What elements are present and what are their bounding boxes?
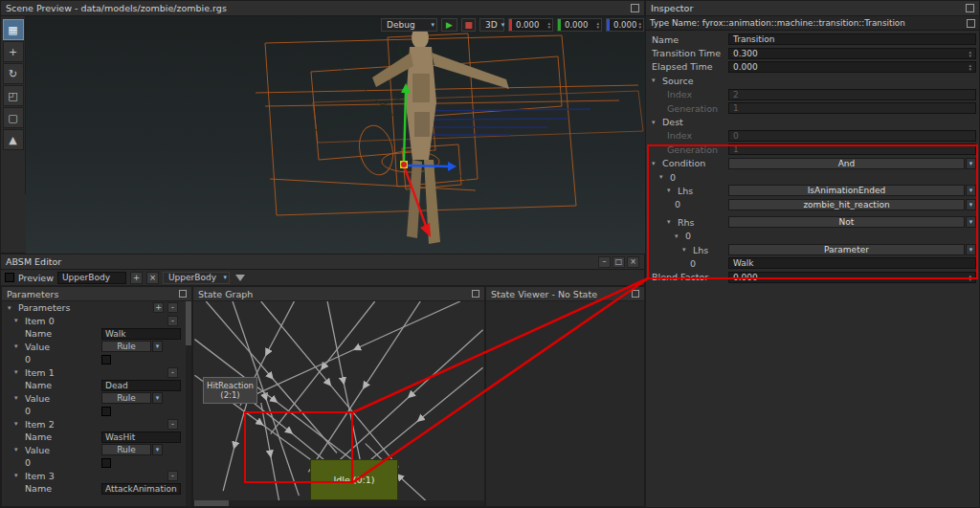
maximize-icon[interactable] (179, 290, 187, 298)
param-item-row[interactable]: ▾Item 0 - (2, 315, 186, 328)
expander-icon[interactable]: ▾ (14, 472, 22, 479)
snap-x-field[interactable]: 0.000 ▴▾ (508, 18, 553, 32)
expander-icon[interactable]: ▾ (659, 173, 667, 181)
param-value-checkbox[interactable] (101, 355, 111, 364)
elapsed-time-field[interactable]: 0.000▴▾ (728, 61, 976, 73)
param-name-field[interactable]: AttackAnimation (101, 483, 181, 495)
state-viewer-canvas[interactable] (486, 301, 644, 506)
chevron-down-icon[interactable]: ▾ (966, 199, 976, 210)
view-mode-dropdown[interactable]: 3D ▾ (479, 18, 504, 32)
doc-icon[interactable] (967, 19, 975, 28)
chevron-down-icon[interactable]: ▾ (152, 341, 163, 352)
remove-item-button[interactable]: - (167, 419, 178, 430)
expander-icon[interactable]: ▾ (652, 77, 659, 84)
spinner-icon[interactable]: ▴▾ (969, 274, 971, 281)
rhs-kind-dropdown[interactable]: Not (728, 216, 965, 228)
float-window-icon[interactable] (966, 4, 974, 12)
rect-select-tool[interactable]: ▢ (3, 107, 24, 128)
state-graph-canvas[interactable]: HitReaction (2:1) Idle (0:1) (193, 301, 484, 506)
spinner-icon[interactable]: ▴▾ (636, 21, 643, 29)
absm-titlebar[interactable]: ABSM Editor – □ × (1, 254, 644, 270)
name-field[interactable]: Transition (728, 33, 976, 45)
remove-item-button[interactable]: - (167, 316, 178, 326)
remove-parameter-button[interactable]: - (167, 302, 178, 313)
expander-icon[interactable]: ▾ (14, 342, 22, 350)
play-button[interactable]: ▶ (441, 18, 457, 32)
parameters-root-row[interactable]: ▾Parameters + - (2, 301, 186, 315)
filter-icon[interactable] (235, 275, 245, 281)
expander-icon[interactable]: ▾ (14, 317, 22, 324)
param-kind-dropdown[interactable]: Rule (101, 341, 151, 352)
expander-icon[interactable]: ▾ (14, 368, 22, 376)
lhs-kind-dropdown[interactable]: IsAnimationEnded (728, 185, 965, 196)
parameters-header[interactable]: Parameters (2, 287, 191, 301)
maximize-button[interactable]: □ (612, 256, 625, 268)
transition-time-field[interactable]: 0.300▴▾ (728, 48, 976, 59)
expander-icon[interactable]: ▾ (14, 394, 22, 402)
chevron-down-icon[interactable]: ▾ (966, 216, 976, 228)
scene-viewport[interactable]: Debug ▾ ▶ ■ 3D ▾ 0.000 ▴▾ 0.000 ▴▾ (26, 16, 645, 254)
expander-icon[interactable]: ▾ (652, 160, 659, 167)
spinner-icon[interactable]: ▴▾ (594, 21, 601, 29)
expander-icon[interactable]: ▾ (14, 446, 22, 453)
state-node-idle[interactable]: Idle (0:1) (310, 459, 398, 500)
expander-icon[interactable]: ▾ (14, 420, 22, 428)
chevron-down-icon[interactable]: ▾ (152, 392, 163, 404)
maximize-icon[interactable] (472, 290, 479, 298)
param-name-field[interactable]: Dead (101, 380, 181, 391)
maximize-icon[interactable] (632, 290, 639, 298)
preview-checkbox[interactable] (5, 273, 14, 282)
chevron-down-icon[interactable]: ▾ (152, 444, 163, 455)
remove-layer-button[interactable]: × (146, 272, 159, 284)
rotate-tool[interactable]: ↻ (3, 63, 24, 84)
param-name-field[interactable]: Walk (101, 328, 181, 340)
navmesh-edit-tool[interactable]: ▲ (3, 129, 24, 150)
add-layer-button[interactable]: + (130, 272, 143, 284)
spinner-icon[interactable]: ▴▾ (969, 50, 971, 57)
terrain-brush-tool[interactable]: ▦ (3, 19, 24, 40)
expander-icon[interactable]: ▾ (675, 232, 682, 240)
expander-icon[interactable]: ▾ (8, 304, 15, 312)
layer-name-field[interactable]: UpperBody (57, 272, 126, 284)
remove-item-button[interactable]: - (167, 367, 178, 378)
param-item-row[interactable]: ▾Item 2 - (2, 418, 186, 431)
scale-tool[interactable]: ◰ (3, 85, 24, 106)
inspector-titlebar[interactable]: Inspector (646, 1, 979, 16)
layer-dropdown[interactable]: UpperBody ▾ (163, 272, 230, 284)
chevron-down-icon[interactable]: ▾ (966, 244, 976, 255)
condition-dropdown[interactable]: And (728, 158, 965, 169)
expander-icon[interactable]: ▾ (667, 218, 675, 226)
param-item-row[interactable]: ▾Item 1 - (2, 366, 186, 380)
expander-icon[interactable]: ▾ (652, 119, 659, 126)
chevron-down-icon[interactable]: ▾ (966, 185, 976, 196)
param-item-row[interactable]: ▾Item 3 - (2, 470, 186, 483)
param-name-field[interactable]: WasHit (101, 431, 181, 443)
state-viewer-header[interactable]: State Viewer - No State (486, 287, 644, 301)
snap-y-field[interactable]: 0.000 ▴▾ (557, 18, 602, 32)
stop-button[interactable]: ■ (461, 18, 476, 32)
state-node-hitreaction[interactable]: HitReaction (2:1) (203, 377, 257, 404)
debug-dropdown[interactable]: Debug ▾ (381, 18, 437, 32)
expander-icon[interactable]: ▾ (667, 187, 675, 194)
expander-icon[interactable]: ▾ (682, 246, 690, 254)
param-kind-dropdown[interactable]: Rule (101, 444, 151, 455)
remove-item-button[interactable]: - (167, 471, 178, 481)
spinner-icon[interactable]: ▴▾ (546, 21, 552, 29)
parameter-kind-dropdown[interactable]: Parameter (728, 244, 965, 255)
add-parameter-button[interactable]: + (153, 302, 164, 313)
blend-factor-field[interactable]: 0.000▴▾ (728, 272, 976, 283)
state-graph-hscrollbar[interactable] (193, 500, 484, 506)
param-kind-dropdown[interactable]: Rule (101, 392, 151, 404)
spinner-icon[interactable]: ▴▾ (969, 63, 971, 71)
state-graph-header[interactable]: State Graph (193, 287, 484, 301)
parameters-scrollbar[interactable] (186, 301, 191, 506)
close-button[interactable]: × (627, 256, 639, 268)
param-value-checkbox[interactable] (101, 407, 111, 416)
snap-z-field[interactable]: 0.000 ▴▾ (606, 18, 644, 32)
move-tool[interactable]: + (3, 41, 24, 62)
chevron-down-icon[interactable]: ▾ (966, 158, 976, 169)
param-value-checkbox[interactable] (101, 458, 111, 468)
parameter-name-field[interactable]: Walk (728, 257, 976, 269)
scene-preview-titlebar[interactable]: Scene Preview - data/models/zombie/zombi… (1, 1, 644, 16)
minimize-button[interactable]: – (598, 256, 611, 268)
